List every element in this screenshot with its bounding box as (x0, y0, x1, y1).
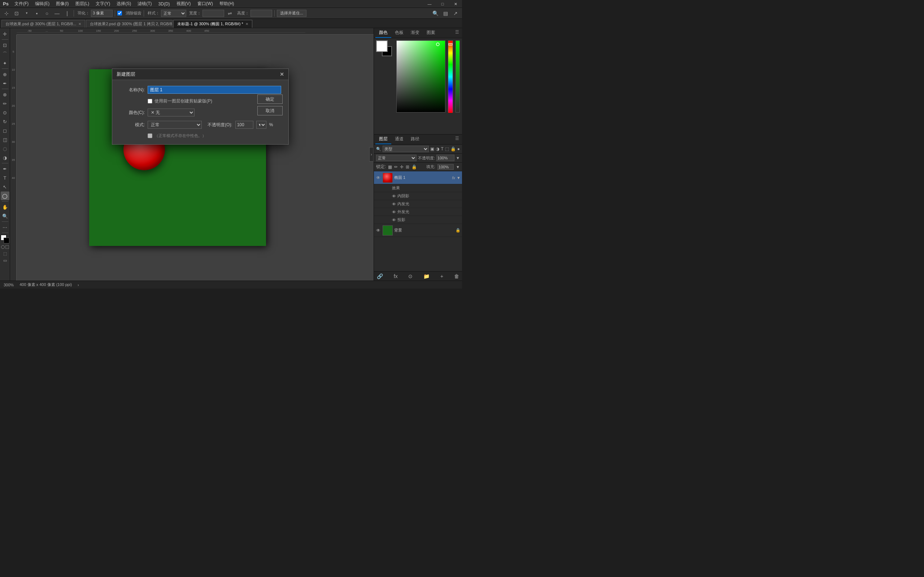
menu-view[interactable]: 视图(V) (174, 0, 194, 8)
rectangular-marquee-tool[interactable]: ⊡ (1, 41, 10, 49)
hand-tool[interactable]: ✋ (1, 203, 10, 211)
tab-1[interactable]: 台球效果.psd @ 300% (图层 1, RGB/8... ✕ (2, 20, 85, 28)
layer-sub-drop-shadow[interactable]: 👁 投影 (374, 216, 462, 224)
tab-swatches[interactable]: 色板 (391, 28, 407, 38)
lock-artboard-icon[interactable]: ⊞ (406, 164, 409, 169)
menu-help[interactable]: 帮助(H) (216, 0, 237, 8)
gradient-tool[interactable]: ◫ (1, 135, 10, 144)
clone-tool[interactable]: ⊙ (1, 108, 10, 117)
extras-tool[interactable]: ⋯ (1, 223, 10, 232)
h-marquee-icon[interactable]: — (53, 9, 61, 18)
menu-file[interactable]: 文件(F) (11, 0, 31, 8)
share-icon[interactable]: ↗ (451, 9, 460, 18)
hue-bar[interactable] (448, 40, 453, 113)
layer-item-background[interactable]: 👁 背景 🔒 (374, 224, 462, 237)
menu-window[interactable]: 窗口(W) (195, 0, 216, 8)
tab-gradients[interactable]: 渐变 (407, 28, 423, 38)
history-brush-tool[interactable]: ↻ (1, 117, 10, 126)
default-colors-icon[interactable] (5, 245, 9, 249)
menu-type[interactable]: 文字(Y) (93, 0, 113, 8)
healing-tool[interactable]: ⊗ (1, 90, 10, 99)
filter-type-icon[interactable]: T (441, 147, 443, 152)
marquee-options-icon[interactable]: ▼ (23, 9, 31, 18)
add-mask-btn[interactable]: ⊙ (408, 273, 412, 279)
filter-adjust-icon[interactable]: ◑ (436, 147, 439, 152)
tab-3[interactable]: 未标题-1 @ 300% (椭圆 1, RGB/8#) * ✕ (173, 20, 252, 28)
magic-wand-tool[interactable]: ✦ (1, 59, 10, 68)
layer-eye-ellipse[interactable]: 👁 (375, 175, 381, 180)
inner-glow-eye[interactable]: 👁 (392, 202, 396, 206)
layers-filter-select[interactable]: 类型 名称 效果 模式 属性 颜色 (383, 146, 429, 152)
height-input[interactable] (250, 10, 272, 17)
dialog-close-button[interactable]: ✕ (280, 71, 284, 77)
maximize-button[interactable]: □ (436, 0, 449, 8)
tab-color[interactable]: 颜色 (375, 28, 391, 38)
quick-mask-tool[interactable]: ⬚ (1, 249, 10, 258)
filter-toggle-icon[interactable]: ● (457, 147, 460, 152)
tab-1-close[interactable]: ✕ (78, 22, 81, 26)
alpha-bar[interactable] (456, 40, 460, 113)
lock-paint-icon[interactable]: ✏ (394, 164, 398, 169)
foreground-swatch[interactable] (376, 40, 388, 52)
arrange-icon[interactable]: ▤ (441, 9, 450, 18)
neutral-checkbox[interactable] (148, 134, 152, 138)
dodge-tool[interactable]: ◑ (1, 153, 10, 162)
color-gradient-picker[interactable] (396, 40, 446, 113)
tab-3-close[interactable]: ✕ (246, 22, 248, 26)
lock-all-icon[interactable]: 🔒 (412, 164, 417, 169)
menu-filter[interactable]: 滤镜(T) (135, 0, 155, 8)
opacity-arrow-select[interactable]: ▼ (256, 121, 267, 129)
feather-input[interactable] (91, 10, 113, 17)
style-select[interactable]: 正常 固定比例 固定大小 (161, 10, 186, 17)
new-group-btn[interactable]: 📁 (423, 273, 430, 279)
menu-image[interactable]: 图像(I) (53, 0, 71, 8)
layers-menu-icon[interactable]: ☰ (454, 134, 460, 144)
drop-shadow-eye[interactable]: 👁 (392, 218, 396, 222)
tab-2[interactable]: 台球效果2.psd @ 300% (图层 1 拷贝 2, RGB/8#/C...… (86, 20, 173, 28)
zoom-tool[interactable]: 🔍 (1, 212, 10, 220)
crop-tool[interactable]: ⊕ (1, 70, 10, 79)
tab-paths[interactable]: 路径 (407, 134, 423, 144)
close-button[interactable]: ✕ (449, 0, 462, 8)
layer-eye-background[interactable]: 👁 (375, 228, 381, 233)
antialias-checkbox[interactable] (117, 11, 122, 16)
layer-expand-icon[interactable]: ▼ (457, 176, 460, 180)
minimize-button[interactable]: — (423, 0, 436, 8)
menu-3d[interactable]: 3D(D) (155, 1, 173, 7)
new-layer-btn[interactable]: + (440, 273, 443, 279)
shape-tool[interactable]: ◯ (1, 192, 10, 200)
menu-edit[interactable]: 编辑(E) (32, 0, 52, 8)
path-select-tool[interactable]: ↖ (1, 182, 10, 191)
color-select[interactable]: ✕ 无 红色 橙色 黄色 绿色 蓝色 紫色 灰色 (148, 108, 195, 116)
layer-name-input[interactable] (148, 86, 281, 94)
eyedropper-tool[interactable]: ✒ (1, 79, 10, 88)
filter-shape-icon[interactable]: ⬚ (445, 147, 449, 152)
dialog-ok-button[interactable]: 确定 (257, 95, 283, 104)
width-input[interactable] (202, 10, 224, 17)
swap-colors-icon[interactable] (1, 245, 5, 249)
blend-mode-select[interactable]: 正常 溶解 正片叠底 (376, 155, 417, 161)
layer-sub-outer-glow[interactable]: 👁 外发光 (374, 208, 462, 216)
panel-menu-icon[interactable]: ☰ (454, 28, 460, 38)
opacity-input[interactable] (436, 155, 454, 161)
fill-dropdown-icon[interactable]: ▼ (456, 165, 460, 169)
lock-transparency-icon[interactable]: ▦ (388, 164, 392, 169)
dialog-cancel-button[interactable]: 取消 (257, 106, 283, 115)
filter-pixel-icon[interactable]: ▣ (430, 147, 434, 152)
swap-icon[interactable]: ⇌ (226, 9, 234, 18)
square-marquee-icon[interactable]: ▪ (32, 9, 41, 18)
eraser-tool[interactable]: ◻ (1, 126, 10, 135)
outer-glow-eye[interactable]: 👁 (392, 210, 396, 214)
pen-tool[interactable]: ✒ (1, 164, 10, 173)
blend-mode-dialog-select[interactable]: 正常 溶解 正片叠底 (148, 121, 202, 129)
type-tool[interactable]: T (1, 174, 10, 182)
tab-channels[interactable]: 通道 (391, 134, 407, 144)
filter-mask-icon[interactable]: 🔒 (451, 147, 456, 152)
blur-tool[interactable]: ◌ (1, 144, 10, 153)
move-tool[interactable]: ✛ (1, 29, 10, 38)
opacity-dropdown-icon[interactable]: ▼ (456, 156, 460, 160)
delete-layer-btn[interactable]: 🗑 (454, 273, 459, 279)
layer-item-ellipse[interactable]: 👁 椭圆 1 fx ▼ (374, 171, 462, 184)
layer-sub-inner-shadow[interactable]: 👁 内阴影 (374, 192, 462, 200)
tab-patterns[interactable]: 图案 (423, 28, 439, 38)
